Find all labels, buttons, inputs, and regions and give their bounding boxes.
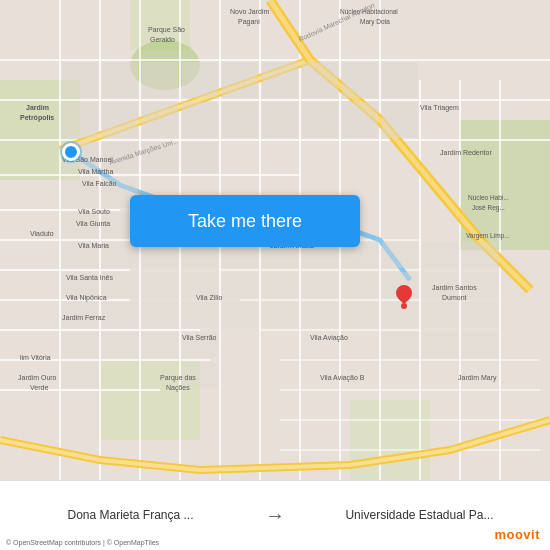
svg-text:Vila Martha: Vila Martha [78,168,113,175]
svg-rect-59 [342,62,378,98]
svg-text:Pagani: Pagani [238,18,260,26]
svg-rect-46 [182,62,218,98]
svg-text:Vila Aviação B: Vila Aviação B [320,374,365,382]
origin-label: Dona Marieta França ... [67,508,193,524]
take-me-there-button[interactable]: Take me there [130,195,360,247]
svg-rect-42 [62,102,98,138]
svg-text:Vila Aviação: Vila Aviação [310,334,348,342]
svg-rect-45 [142,102,178,138]
svg-rect-55 [262,62,298,98]
svg-rect-57 [262,102,298,138]
svg-rect-102 [142,302,178,328]
svg-rect-73 [262,302,298,328]
route-arrow: → [261,504,289,527]
svg-rect-93 [62,362,98,388]
svg-rect-51 [182,142,218,173]
moovit-brand: moovit [494,527,540,542]
svg-text:Núcleo Habi...: Núcleo Habi... [468,194,509,201]
svg-rect-72 [222,302,258,328]
svg-rect-62 [382,62,418,98]
svg-rect-61 [342,102,378,138]
svg-text:Nações: Nações [166,384,190,392]
svg-text:Jardim Redentor: Jardim Redentor [440,149,492,156]
svg-rect-97 [102,302,138,328]
svg-text:Viaduto: Viaduto [30,230,54,237]
svg-rect-76 [382,242,418,268]
svg-text:Novo Jardim: Novo Jardim [230,8,269,15]
svg-text:Parque São: Parque São [148,26,185,34]
map-attribution: © OpenStreetMap contributors | © OpenMap… [6,539,159,546]
svg-rect-75 [342,302,378,328]
svg-rect-44 [142,62,178,98]
svg-rect-80 [422,242,458,268]
svg-rect-60 [302,102,338,138]
svg-rect-47 [182,102,218,138]
svg-text:Vila Serrão: Vila Serrão [182,334,217,341]
svg-rect-103 [142,332,178,358]
svg-text:Vila Nipônica: Vila Nipônica [66,294,107,302]
svg-rect-87 [462,332,498,358]
svg-text:Jardim Ouro: Jardim Ouro [18,374,57,381]
bottom-bar: Dona Marieta França ... → Universidade E… [0,480,550,550]
svg-text:Dumont: Dumont [442,294,467,301]
svg-text:Verde: Verde [30,384,48,391]
svg-rect-43 [102,102,138,138]
svg-text:Jardim Mary: Jardim Mary [458,374,497,382]
moovit-logo: moovit [494,527,540,542]
svg-rect-40 [62,62,98,98]
svg-rect-71 [342,272,378,298]
origin-segment: Dona Marieta França ... [0,500,261,532]
svg-rect-79 [382,332,418,358]
svg-rect-92 [62,332,98,358]
svg-text:Jardim Santos: Jardim Santos [432,284,477,291]
svg-rect-101 [142,272,178,298]
svg-rect-5 [350,400,430,480]
svg-rect-86 [422,332,458,358]
svg-rect-85 [462,302,498,328]
svg-rect-98 [102,332,138,358]
svg-text:José Reg...: José Reg... [472,204,505,212]
svg-text:Petrópolis: Petrópolis [20,114,54,122]
svg-rect-107 [182,302,218,328]
svg-rect-56 [222,102,258,138]
svg-text:Vila Santa Inês: Vila Santa Inês [66,274,113,281]
svg-text:lim Vitória: lim Vitória [20,354,51,361]
svg-text:Vila Giunta: Vila Giunta [76,220,110,227]
svg-rect-70 [302,272,338,298]
svg-text:Geraldo: Geraldo [150,36,175,43]
destination-label: Universidade Estadual Pa... [345,508,493,524]
destination-marker [393,285,415,313]
map-container: Jardim Petrópolis Parque São Geraldo Nov… [0,0,550,480]
svg-text:Jardim Ferraz: Jardim Ferraz [62,314,106,321]
svg-rect-81 [462,242,498,268]
svg-rect-58 [302,62,338,98]
svg-rect-74 [302,302,338,328]
svg-rect-69 [262,272,298,298]
svg-text:Vargem Limp...: Vargem Limp... [466,232,510,240]
svg-rect-84 [422,302,458,328]
svg-text:Jardim: Jardim [26,104,49,111]
origin-marker [62,143,80,161]
svg-text:Parque das: Parque das [160,374,196,382]
svg-text:Mary Dota: Mary Dota [360,18,390,26]
svg-text:Vila Falcão: Vila Falcão [82,180,117,187]
svg-text:Vila Maria: Vila Maria [78,242,109,249]
svg-text:Vila Zillo: Vila Zillo [196,294,222,301]
svg-rect-54 [222,62,258,98]
svg-text:Vila Triagem: Vila Triagem [420,104,459,112]
svg-rect-68 [222,272,258,298]
svg-rect-63 [382,102,418,138]
svg-rect-41 [102,62,138,98]
svg-text:Vila Souto: Vila Souto [78,208,110,215]
